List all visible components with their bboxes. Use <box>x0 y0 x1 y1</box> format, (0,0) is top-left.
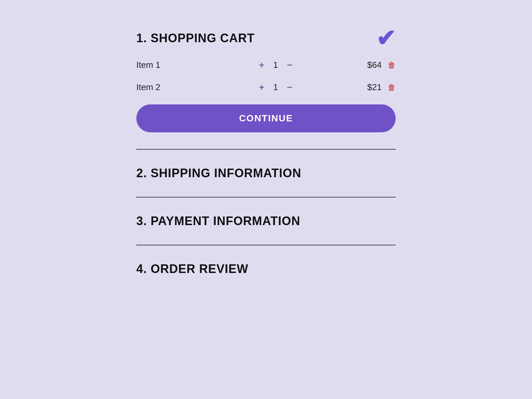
item-2-qty-decrease[interactable]: − <box>286 83 294 92</box>
item-2-quantity-controls: + 1 − <box>258 82 294 92</box>
item-1-qty-value: 1 <box>272 60 279 70</box>
checkout-container: 1. SHOPPING CART ✔ Item 1 + 1 − $64 🗑 It… <box>136 27 396 293</box>
shipping-title: 2. SHIPPING INFORMATION <box>136 166 396 180</box>
cart-title: 1. SHOPPING CART <box>136 31 255 45</box>
item-1-price: $64 <box>362 60 382 70</box>
checkmark-icon: ✔ <box>376 27 396 50</box>
cart-items-list: Item 1 + 1 − $64 🗑 Item 2 + 1 − <box>136 60 396 92</box>
payment-section: 3. PAYMENT INFORMATION <box>136 214 396 228</box>
order-review-section: 4. ORDER REVIEW <box>136 262 396 276</box>
item-1-quantity-controls: + 1 − <box>258 60 294 70</box>
divider-2 <box>136 197 396 198</box>
item-1-qty-increase[interactable]: + <box>258 61 266 70</box>
cart-item: Item 2 + 1 − $21 🗑 <box>136 82 396 92</box>
item-1-right: $64 🗑 <box>362 60 396 70</box>
shopping-cart-section: 1. SHOPPING CART ✔ Item 1 + 1 − $64 🗑 It… <box>136 27 396 132</box>
item-2-price: $21 <box>362 82 382 92</box>
order-review-title: 4. ORDER REVIEW <box>136 262 396 276</box>
item-2-delete-icon[interactable]: 🗑 <box>388 83 396 92</box>
divider-3 <box>136 245 396 245</box>
item-2-right: $21 🗑 <box>362 82 396 92</box>
item-1-name: Item 1 <box>136 60 190 70</box>
continue-button[interactable]: CONTINUE <box>136 104 396 132</box>
item-2-qty-value: 1 <box>272 82 279 92</box>
shipping-section: 2. SHIPPING INFORMATION <box>136 166 396 180</box>
item-1-delete-icon[interactable]: 🗑 <box>388 61 396 70</box>
item-1-qty-decrease[interactable]: − <box>286 61 294 70</box>
cart-section-header: 1. SHOPPING CART ✔ <box>136 27 396 50</box>
item-2-name: Item 2 <box>136 82 190 92</box>
payment-title: 3. PAYMENT INFORMATION <box>136 214 396 228</box>
item-2-qty-increase[interactable]: + <box>258 83 266 92</box>
divider-1 <box>136 149 396 150</box>
cart-item: Item 1 + 1 − $64 🗑 <box>136 60 396 70</box>
